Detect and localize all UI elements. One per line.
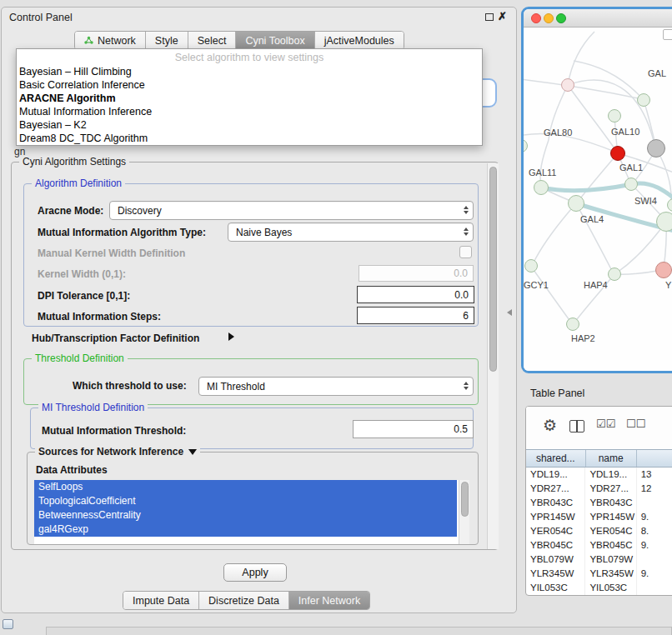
tab-cyni-toolbox[interactable]: Cyni Toolbox — [236, 32, 314, 49]
table-cell[interactable]: YPR145W — [585, 510, 636, 524]
table-cell[interactable]: YER054C — [526, 524, 585, 538]
deselect-all-icon[interactable]: ☐☐ — [626, 418, 645, 430]
table-cell[interactable]: YER054C — [585, 524, 636, 538]
list-scrollbar[interactable] — [459, 480, 469, 544]
table-row[interactable]: YER054C YER054C 8. — [526, 524, 672, 538]
table-row[interactable]: YBL079W YBL079W — [526, 552, 672, 567]
network-node-gal10[interactable] — [610, 146, 625, 161]
table-cell[interactable]: YBR045C — [526, 538, 585, 552]
table-row[interactable]: YDR27... YDR27... 12 — [526, 482, 672, 496]
tab-infer-network[interactable]: Infer Network — [289, 592, 369, 609]
table-cell[interactable] — [637, 581, 672, 595]
gear-icon[interactable]: ⚙ — [543, 416, 557, 436]
table-cell[interactable]: YBL079W — [585, 552, 636, 567]
network-node[interactable] — [637, 93, 650, 107]
table-cell[interactable]: 12 — [637, 482, 672, 496]
table-cell[interactable]: 8. — [637, 524, 672, 538]
table-cell[interactable]: YIL053C — [526, 581, 585, 595]
tab-discretize-data[interactable]: Discretize Data — [199, 592, 289, 609]
attribute-item-selected[interactable]: SelfLoops — [34, 480, 457, 494]
network-edges-highlighted[interactable] — [541, 183, 672, 233]
attribute-item-selected[interactable]: BetweennessCentrality — [34, 508, 457, 522]
table-cell[interactable]: YBL079W — [526, 552, 585, 567]
network-node-gal11[interactable] — [534, 180, 549, 195]
attribute-item-selected[interactable]: TopologicalCoefficient — [34, 494, 457, 508]
expand-arrow-icon[interactable] — [228, 332, 234, 341]
table-cell[interactable]: 13 — [637, 468, 672, 482]
tab-jactivemodules[interactable]: jActiveModules — [315, 32, 404, 49]
table-row[interactable]: YLR345W YLR345W 9. — [526, 567, 672, 581]
which-threshold-select[interactable]: MI Threshold — [198, 377, 474, 396]
table-row[interactable]: YDL19... YDL19... 13 — [526, 468, 672, 482]
table-row[interactable]: YIL053C YIL053C — [526, 581, 672, 595]
dropdown-item[interactable]: Bayesian – K2 — [17, 118, 482, 132]
columns-icon[interactable] — [569, 420, 584, 432]
table-cell[interactable]: YBR043C — [526, 496, 585, 510]
minimize-traffic-light[interactable] — [544, 13, 554, 23]
splitter-collapse-arrow[interactable] — [507, 309, 512, 316]
tab-select[interactable]: Select — [188, 32, 237, 49]
scrollbar-thumb[interactable] — [461, 482, 469, 517]
dropdown-item-selected[interactable]: ARACNE Algorithm — [17, 92, 482, 105]
table-row[interactable]: YPR145W YPR145W 9. — [526, 510, 672, 524]
mi-algorithm-type-select[interactable]: Naive Bayes — [228, 222, 474, 242]
table-cell[interactable]: YPR145W — [526, 510, 585, 524]
manual-kernel-checkbox[interactable] — [459, 246, 472, 258]
table-row[interactable]: YBR043C YBR043C — [526, 496, 672, 510]
aracne-mode-select[interactable]: Discovery — [109, 201, 474, 220]
network-node-gal1[interactable] — [624, 178, 638, 191]
table-cell[interactable]: YDL19... — [585, 468, 636, 482]
settings-scrollbar[interactable] — [487, 163, 499, 549]
table-cell[interactable]: YDR27... — [526, 482, 585, 496]
apply-button[interactable]: Apply — [223, 563, 287, 582]
tab-impute-data[interactable]: Impute Data — [123, 592, 199, 609]
close-traffic-light[interactable] — [531, 13, 541, 23]
network-node[interactable] — [561, 78, 574, 92]
column-header-name[interactable]: name — [586, 450, 637, 467]
dropdown-item[interactable]: Mutual Information Inference — [17, 105, 482, 118]
tab-style[interactable]: Style — [146, 32, 188, 49]
network-canvas[interactable]: GAL GAL80 GAL10 GAL11 GAL1 SWI4 GAL4 GCY… — [524, 28, 672, 372]
tab-network[interactable]: Network — [75, 32, 146, 49]
close-icon[interactable]: ✗ — [498, 10, 507, 22]
network-node[interactable] — [655, 262, 672, 278]
column-header-shared-name[interactable]: shared... — [526, 450, 586, 467]
scrollbar-thumb[interactable] — [489, 167, 497, 372]
dpi-tolerance-field[interactable]: 0.0 — [357, 286, 474, 303]
table-cell[interactable]: YDR27... — [585, 482, 636, 496]
zoom-traffic-light[interactable] — [556, 13, 566, 23]
network-node-hap4[interactable] — [608, 268, 621, 281]
network-node[interactable] — [656, 212, 672, 232]
network-node-gal4[interactable] — [568, 195, 584, 212]
collapse-arrow-icon[interactable] — [188, 449, 197, 455]
table-cell[interactable]: YIL053C — [585, 581, 636, 595]
table-cell[interactable]: YLR345W — [526, 567, 585, 581]
dropdown-item[interactable]: Basic Correlation Inference — [17, 78, 482, 92]
kernel-width-field[interactable]: 0.0 — [359, 265, 474, 282]
table-cell[interactable] — [637, 552, 672, 567]
network-node[interactable] — [608, 109, 621, 122]
network-node[interactable] — [647, 139, 665, 158]
mi-steps-field[interactable]: 6 — [357, 307, 474, 324]
table-cell[interactable]: YBR045C — [585, 538, 636, 552]
table-cell[interactable] — [637, 496, 672, 510]
float-window-icon[interactable] — [485, 13, 494, 21]
table-row[interactable]: YBR045C YBR045C 9. — [526, 538, 672, 552]
tab-label: jActiveModules — [324, 35, 394, 47]
mi-threshold-field[interactable]: 0.5 — [353, 420, 474, 438]
attribute-item-selected[interactable]: gal4RGexp — [34, 522, 457, 537]
dropdown-item[interactable]: Bayesian – Hill Climbing — [17, 65, 482, 78]
network-node-gcy1[interactable] — [524, 259, 538, 272]
column-header[interactable] — [637, 450, 672, 467]
panel-dock-icon[interactable] — [3, 619, 13, 629]
table-cell[interactable]: 9. — [637, 538, 672, 552]
table-cell[interactable]: YDL19... — [526, 468, 585, 482]
network-window-titlebar[interactable] — [524, 9, 672, 28]
table-cell[interactable]: 9. — [637, 510, 672, 524]
dropdown-item[interactable]: Dream8 DC_TDC Algorithm — [17, 132, 482, 145]
table-cell[interactable]: YBR043C — [585, 496, 636, 510]
table-cell[interactable]: YLR345W — [585, 567, 636, 581]
network-node-hap2[interactable] — [566, 318, 579, 331]
select-all-icon[interactable]: ☑☑ — [596, 418, 615, 430]
table-cell[interactable]: 9. — [637, 567, 672, 581]
